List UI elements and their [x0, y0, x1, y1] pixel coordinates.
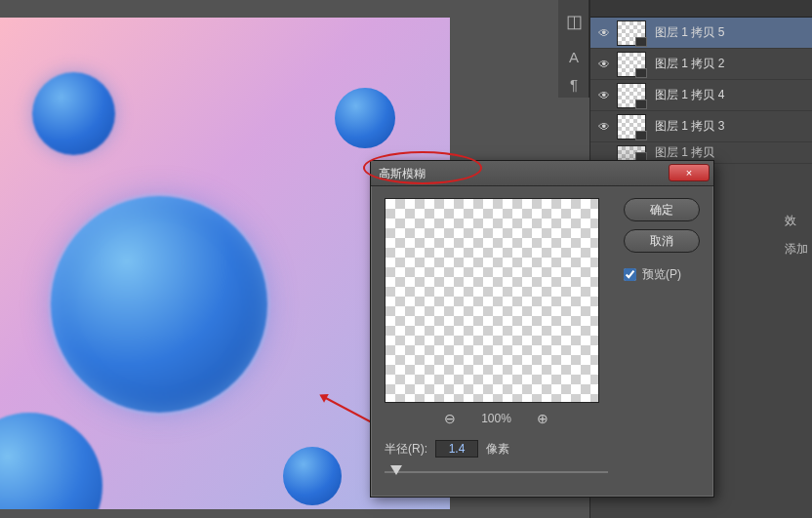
effects-indicators: 效 添加 [785, 213, 808, 258]
layer-name[interactable]: 图层 1 拷贝 [655, 144, 808, 161]
preview-checkbox-input[interactable] [624, 268, 636, 281]
tool-3d-icon[interactable]: ◫ [558, 0, 589, 43]
radius-label: 半径(R): [385, 441, 427, 458]
sphere-graphic [335, 88, 395, 148]
layer-thumbnail[interactable] [617, 20, 646, 46]
layer-thumbnail[interactable] [617, 145, 646, 161]
preview-checkbox[interactable]: 预览(P) [624, 266, 700, 283]
layer-row[interactable]: 👁 图层 1 拷贝 5 [590, 18, 812, 49]
panel-header [590, 0, 812, 18]
zoom-out-icon[interactable]: ⊖ [444, 411, 456, 426]
visibility-toggle-icon[interactable]: 👁 [594, 26, 614, 40]
filter-preview[interactable] [385, 198, 599, 403]
layer-name[interactable]: 图层 1 拷贝 2 [655, 56, 808, 72]
layer-name[interactable]: 图层 1 拷贝 4 [655, 87, 808, 103]
close-icon: × [686, 160, 692, 185]
layer-name[interactable]: 图层 1 拷贝 5 [655, 24, 808, 41]
sphere-graphic [0, 413, 102, 509]
dialog-title: 高斯模糊 [379, 167, 426, 180]
tool-type-icon[interactable]: A [558, 43, 589, 70]
zoom-in-icon[interactable]: ⊕ [537, 411, 548, 426]
layer-row[interactable]: 👁 图层 1 拷贝 3 [590, 111, 812, 142]
side-toolbar: ◫ A ¶ [558, 0, 589, 98]
radius-unit: 像素 [486, 441, 509, 458]
sphere-graphic [51, 196, 267, 413]
preview-checkbox-label: 预览(P) [642, 266, 681, 283]
dialog-titlebar[interactable]: 高斯模糊 × [371, 161, 713, 186]
layer-row[interactable]: 👁 图层 1 拷贝 4 [590, 80, 812, 111]
layer-thumbnail[interactable] [617, 83, 646, 108]
ok-button[interactable]: 确定 [624, 198, 700, 221]
layer-name[interactable]: 图层 1 拷贝 3 [655, 118, 808, 135]
radius-input[interactable] [435, 440, 478, 458]
visibility-toggle-icon[interactable]: 👁 [594, 120, 614, 134]
fx-label: 效 [785, 213, 808, 229]
fx-label: 添加 [785, 241, 808, 258]
close-button[interactable]: × [669, 164, 710, 181]
layer-thumbnail[interactable] [617, 114, 646, 139]
zoom-level: 100% [481, 412, 511, 425]
cancel-button[interactable]: 取消 [624, 229, 700, 253]
slider-track [385, 471, 608, 473]
sphere-graphic [283, 447, 342, 505]
sphere-graphic [32, 72, 115, 155]
visibility-toggle-icon[interactable]: 👁 [594, 58, 614, 71]
visibility-toggle-icon[interactable]: 👁 [594, 89, 614, 102]
tool-paragraph-icon[interactable]: ¶ [558, 70, 589, 98]
gaussian-blur-dialog: 高斯模糊 × ⊖ 100% ⊕ 半径(R): 像素 确定 取消 [370, 160, 714, 498]
radius-slider[interactable] [385, 463, 608, 481]
layer-row[interactable]: 👁 图层 1 拷贝 2 [590, 49, 812, 80]
layer-thumbnail[interactable] [617, 52, 646, 77]
slider-thumb[interactable] [390, 465, 402, 475]
